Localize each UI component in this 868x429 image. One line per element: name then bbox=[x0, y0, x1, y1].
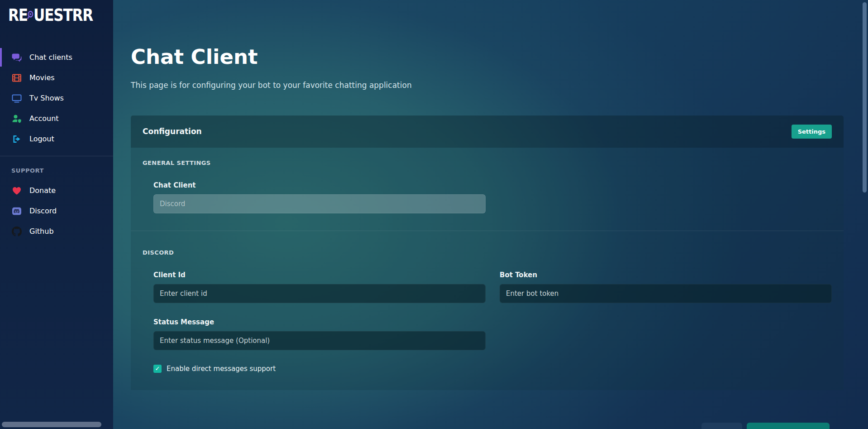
app-logo: RE UESTRR bbox=[0, 5, 93, 24]
github-icon bbox=[11, 226, 22, 237]
chat-client-label: Chat Client bbox=[153, 181, 832, 189]
sidebar-item-chat-clients[interactable]: Chat clients bbox=[0, 47, 113, 67]
bot-token-field-group: Bot Token bbox=[500, 256, 832, 303]
client-id-label: Client Id bbox=[153, 271, 486, 279]
status-message-input[interactable] bbox=[153, 331, 486, 350]
user-shield-icon bbox=[11, 113, 22, 124]
sidebar-item-label: Movies bbox=[29, 73, 55, 82]
status-message-label: Status Message bbox=[153, 318, 486, 326]
sidebar-item-discord[interactable]: Discord bbox=[0, 201, 113, 221]
heart-icon bbox=[11, 185, 22, 196]
sidebar-item-tv-shows[interactable]: Tv Shows bbox=[0, 88, 113, 108]
support-section-header: SUPPORT bbox=[0, 156, 113, 174]
sign-out-icon bbox=[11, 134, 22, 145]
sidebar-nav: Chat clients Movies bbox=[0, 47, 113, 149]
sidebar-item-label: Account bbox=[29, 114, 59, 123]
dm-support-checkbox[interactable]: ✓ bbox=[153, 365, 162, 373]
page-description: This page is for configuring your bot to… bbox=[131, 81, 844, 90]
logo-text-post: UESTRR bbox=[33, 6, 93, 24]
tv-icon bbox=[11, 93, 22, 104]
sidebar-item-label: Chat clients bbox=[29, 53, 72, 62]
panel-title: Configuration bbox=[143, 127, 202, 136]
sidebar-item-label: Donate bbox=[29, 186, 56, 195]
sidebar-item-github[interactable]: Github bbox=[0, 221, 113, 241]
configuration-panel-header: Configuration Settings bbox=[131, 116, 844, 148]
main-content: Chat Client This page is for configuring… bbox=[113, 0, 868, 429]
configuration-panel: Configuration Settings GENERAL SETTINGS … bbox=[131, 116, 844, 390]
horizontal-scrollbar-thumb[interactable] bbox=[2, 422, 101, 427]
film-icon bbox=[11, 72, 22, 83]
configuration-panel-body: GENERAL SETTINGS Chat Client Discord DIS… bbox=[131, 148, 844, 390]
chat-client-selected-value: Discord bbox=[160, 200, 185, 208]
settings-button[interactable]: Settings bbox=[792, 125, 832, 139]
sidebar-item-account[interactable]: Account bbox=[0, 108, 113, 129]
app-root: RE UESTRR Chat clients bbox=[0, 0, 868, 429]
bot-token-input[interactable] bbox=[500, 284, 832, 303]
bot-token-label: Bot Token bbox=[500, 271, 832, 279]
general-settings-header: GENERAL SETTINGS bbox=[143, 159, 832, 166]
page-title: Chat Client bbox=[131, 0, 844, 69]
sidebar: RE UESTRR Chat clients bbox=[0, 0, 113, 429]
chat-client-select[interactable]: Discord bbox=[153, 194, 486, 213]
logo-text-pre: RE bbox=[8, 6, 28, 24]
discord-icon bbox=[11, 206, 22, 217]
general-settings-section: GENERAL SETTINGS Chat Client Discord bbox=[131, 148, 844, 231]
sidebar-item-label: Tv Shows bbox=[29, 94, 64, 102]
sidebar-item-movies[interactable]: Movies bbox=[0, 67, 113, 88]
client-id-input[interactable] bbox=[153, 284, 486, 303]
dm-support-checkbox-row[interactable]: ✓ Enable direct messages support bbox=[153, 365, 486, 373]
sidebar-item-logout[interactable]: Logout bbox=[0, 129, 113, 149]
sidebar-item-label: Github bbox=[29, 227, 54, 236]
discord-section: DISCORD Client Id Bot Token Status Messa… bbox=[131, 231, 844, 390]
dm-support-checkbox-label: Enable direct messages support bbox=[167, 365, 276, 373]
chat-bubbles-icon bbox=[11, 52, 22, 63]
client-id-field-group: Client Id bbox=[153, 256, 486, 303]
magnifier-play-icon bbox=[27, 5, 34, 24]
sidebar-item-label: Logout bbox=[29, 135, 54, 143]
support-nav: Donate Discord bbox=[0, 180, 113, 241]
status-message-field-group: Status Message bbox=[153, 303, 486, 350]
footer-primary-button[interactable] bbox=[747, 423, 830, 429]
sidebar-item-donate[interactable]: Donate bbox=[0, 180, 113, 201]
vertical-scrollbar-thumb[interactable] bbox=[863, 2, 867, 193]
sidebar-item-label: Discord bbox=[29, 207, 57, 215]
footer-secondary-button[interactable] bbox=[701, 423, 742, 429]
discord-section-header: DISCORD bbox=[143, 249, 832, 256]
